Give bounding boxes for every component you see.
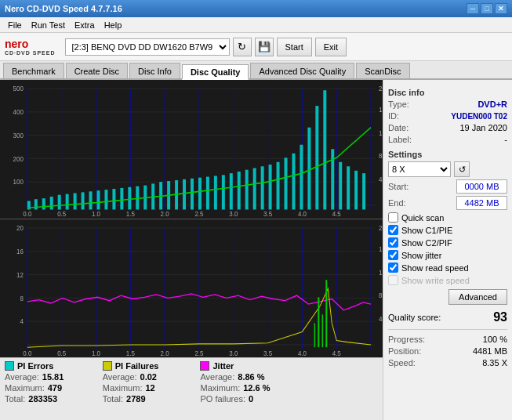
svg-rect-64 (315, 106, 318, 209)
refresh-icon[interactable]: ↻ (233, 38, 252, 56)
jitter-color (200, 361, 209, 371)
disc-label-label: Label: (388, 135, 412, 144)
writespeed-row[interactable]: Show write speed (388, 275, 507, 285)
readspeed-checkbox[interactable] (388, 262, 398, 273)
pi-errors-label: PI Errors (17, 361, 53, 371)
tab-benchmark[interactable]: Benchmark (3, 63, 64, 78)
svg-text:2.5: 2.5 (194, 210, 203, 218)
quality-score-value: 93 (493, 310, 507, 324)
tab-scan-disc[interactable]: ScanDisc (356, 63, 409, 78)
tab-bar: Benchmark Create Disc Disc Info Disc Qua… (0, 61, 512, 80)
pi-errors-total-key: Total: (5, 394, 25, 404)
disc-label-row: Label: - (388, 135, 507, 144)
readspeed-row[interactable]: Show read speed (388, 262, 507, 273)
speed-value: 8.35 X (482, 358, 507, 368)
jitter-pofailures-key: PO failures: (200, 394, 245, 404)
svg-text:100: 100 (13, 178, 24, 186)
info-panel: Disc info Type: DVD+R ID: YUDEN000 T02 D… (383, 80, 512, 420)
jitter-stats: Jitter Average: 8.86 % Maximum: 12.6 % P… (200, 361, 287, 417)
quickscan-row[interactable]: Quick scan (388, 212, 507, 223)
svg-text:8: 8 (20, 294, 24, 302)
svg-rect-58 (269, 165, 272, 209)
pi-failures-color (103, 361, 112, 371)
start-button[interactable]: Start (277, 38, 312, 56)
title-controls[interactable]: ─ □ ✕ (467, 3, 507, 14)
maximize-button[interactable]: □ (481, 3, 493, 14)
jitter-pofailures-val: 0 (249, 394, 288, 404)
disc-date-label: Date: (388, 123, 409, 132)
svg-rect-31 (58, 195, 61, 210)
jitter-avg-val: 8.86 % (238, 372, 277, 382)
svg-text:4.5: 4.5 (332, 349, 341, 357)
pi-errors-color (5, 361, 14, 371)
top-chart: 500 400 300 200 100 20 16 12 8 4 (0, 80, 383, 219)
quality-score-label: Quality score: (388, 313, 441, 322)
menu-extra[interactable]: Extra (70, 19, 100, 31)
svg-text:3.5: 3.5 (263, 349, 272, 357)
pi-failures-total-row: Total: 2789 (103, 394, 185, 404)
svg-rect-53 (230, 173, 233, 209)
jitter-row[interactable]: Show jitter (388, 250, 507, 260)
disc-id-label: ID: (388, 111, 399, 121)
svg-rect-68 (347, 166, 350, 209)
position-value: 4481 MB (473, 346, 507, 356)
tab-disc-info[interactable]: Disc Info (129, 63, 180, 78)
c2pif-checkbox[interactable] (388, 237, 398, 248)
start-label: Start: (388, 182, 409, 191)
svg-text:2.0: 2.0 (161, 210, 169, 218)
c2pif-row[interactable]: Show C2/PIF (388, 237, 507, 248)
tab-advanced-disc-quality[interactable]: Advanced Disc Quality (250, 63, 354, 78)
end-row: End: (388, 196, 507, 210)
drive-select[interactable]: [2:3] BENQ DVD DD DW1620 B7W9 (65, 38, 230, 56)
menu-run-test[interactable]: Run Test (27, 19, 70, 31)
svg-text:12: 12 (379, 129, 383, 136)
pi-failures-max-val: 12 (145, 383, 184, 393)
svg-text:0.0: 0.0 (23, 349, 31, 357)
svg-text:4: 4 (20, 317, 24, 325)
disc-type-value: DVD+R (478, 100, 507, 109)
writespeed-checkbox[interactable] (388, 275, 398, 285)
c1pie-checkbox[interactable] (388, 225, 398, 235)
quickscan-checkbox[interactable] (388, 212, 398, 223)
pi-errors-max-row: Maximum: 479 (5, 383, 87, 393)
save-icon[interactable]: 💾 (255, 38, 274, 56)
menu-help[interactable]: Help (100, 19, 127, 31)
pi-failures-total-key: Total: (103, 394, 123, 404)
close-button[interactable]: ✕ (495, 3, 507, 14)
pi-failures-header: PI Failures (103, 361, 185, 371)
svg-text:8: 8 (379, 291, 383, 299)
tab-disc-quality[interactable]: Disc Quality (182, 64, 249, 80)
svg-text:1.0: 1.0 (92, 210, 100, 218)
svg-rect-65 (323, 90, 326, 209)
c1pie-row[interactable]: Show C1/PIE (388, 225, 507, 235)
quickscan-label: Quick scan (401, 213, 444, 223)
pi-errors-max-val: 479 (48, 383, 87, 393)
advanced-button[interactable]: Advanced (448, 289, 507, 305)
disc-info-title: Disc info (388, 88, 507, 97)
svg-rect-29 (42, 198, 45, 209)
speed-select[interactable]: 8 X (388, 161, 451, 177)
svg-rect-62 (300, 145, 303, 210)
end-label: End: (388, 198, 406, 208)
svg-text:0.5: 0.5 (57, 349, 66, 357)
jitter-avg-key: Average: (200, 372, 234, 382)
jitter-max-val: 12.6 % (243, 383, 282, 393)
exit-button[interactable]: Exit (315, 38, 347, 56)
settings-refresh-icon[interactable]: ↺ (454, 161, 470, 177)
start-input[interactable] (456, 179, 507, 194)
c2pif-label: Show C2/PIF (401, 238, 452, 248)
minimize-button[interactable]: ─ (467, 3, 479, 14)
start-row: Start: (388, 179, 507, 194)
svg-rect-33 (74, 194, 77, 210)
tab-create-disc[interactable]: Create Disc (66, 63, 128, 78)
jitter-max-row: Maximum: 12.6 % (200, 383, 287, 393)
svg-text:0.0: 0.0 (23, 210, 31, 218)
jitter-checkbox[interactable] (388, 250, 398, 260)
pi-failures-avg-val: 0.02 (140, 372, 180, 382)
end-input[interactable] (456, 196, 507, 210)
svg-text:16: 16 (379, 105, 383, 113)
disc-id-row: ID: YUDEN000 T02 (388, 111, 507, 121)
svg-rect-60 (285, 158, 288, 209)
svg-rect-47 (183, 179, 186, 210)
menu-file[interactable]: File (3, 19, 27, 31)
